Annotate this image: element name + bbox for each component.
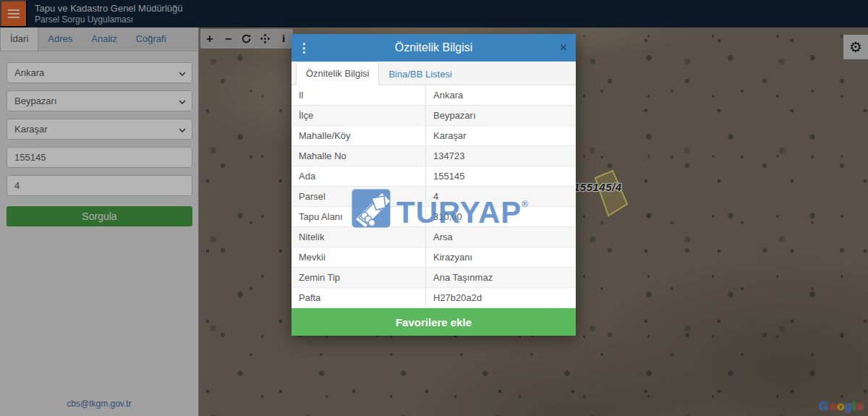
row-value: Beypazarı [426,106,576,125]
row-label: Pafta [292,288,426,307]
row-value: 4 [426,187,576,206]
modal-tabs: Öznitelik BilgisiBina/BB Listesi [292,61,576,85]
row-value: 134723 [426,146,576,166]
modal-tab[interactable]: Öznitelik Bilgisi [296,61,379,85]
table-row: Pafta H27b20a2d [292,288,576,308]
row-value: Karaşar [426,126,576,145]
modal-header: ⋮ Öznitelik Bilgisi × [292,34,576,61]
row-value: Arsa [426,227,576,247]
table-row: Zemin Tip Ana Taşınmaz [292,268,576,288]
table-row: Nitelik Arsa [292,227,576,247]
modal-title: Öznitelik Bilgisi [316,41,551,54]
row-label: Mahalle/Köy [292,126,426,145]
row-label: Mevkii [292,247,426,267]
table-row: Tapu Alanı 310,00 [292,207,576,227]
row-label: Il [292,85,426,105]
row-value: 310,00 [426,207,576,226]
row-value: 155145 [426,166,576,186]
table-row: İlçe Beypazarı [292,106,576,126]
kebab-menu-icon[interactable]: ⋮ [292,34,316,61]
row-label: İlçe [292,106,426,125]
table-row: Mahalle/Köy Karaşar [292,126,576,146]
attribute-table: Il Ankara İlçe Beypazarı Mahalle/Köy Kar… [292,85,576,308]
row-value: Kirazyanı [426,247,576,267]
row-value: Ana Taşınmaz [426,268,576,287]
close-icon[interactable]: × [551,34,576,61]
attribute-info-modal: ⋮ Öznitelik Bilgisi × Öznitelik BilgisiB… [292,34,576,336]
page: Tapu ve Kadastro Genel Müdürlüğü Parsel … [0,0,868,416]
table-row: Mevkii Kirazyanı [292,247,576,268]
table-row: Parsel 4 [292,187,576,207]
modal-tab[interactable]: Bina/BB Listesi [379,63,461,85]
table-row: Il Ankara [292,85,576,106]
row-value: Ankara [426,85,576,105]
table-row: Ada 155145 [292,166,576,187]
table-row: Mahalle No 134723 [292,146,576,166]
row-label: Mahalle No [292,146,426,166]
row-label: Zemin Tip [292,268,426,287]
row-label: Tapu Alanı [292,207,426,226]
row-label: Ada [292,166,426,186]
row-label: Nitelik [292,227,426,247]
row-label: Parsel [292,187,426,206]
add-to-favorites-button[interactable]: Favorilere ekle [292,308,576,336]
row-value: H27b20a2d [426,288,576,307]
